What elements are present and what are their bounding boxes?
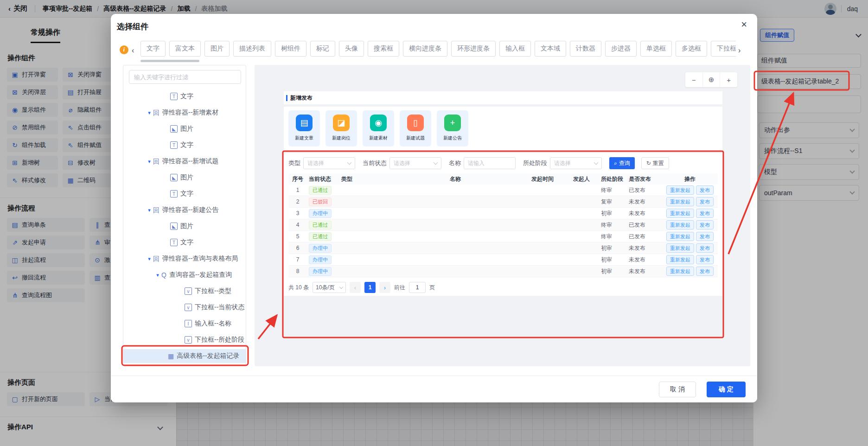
zoom-in-icon[interactable]: + — [720, 72, 737, 87]
tabs-scrollbar[interactable] — [140, 60, 199, 62]
tree-item-image[interactable]: ◣图片 — [123, 219, 246, 233]
zoom-out-icon[interactable]: − — [685, 72, 703, 87]
chevron-down-icon[interactable]: ▾ — [154, 272, 161, 278]
prev-page-icon[interactable]: ‹ — [350, 282, 361, 293]
table-header-row: 序号 当前状态 类型 名称 发起时间 发起人 所处阶段 是否发布 操作 — [288, 173, 718, 185]
tab-text[interactable]: 文字 — [140, 41, 166, 57]
tree-filter-input[interactable] — [129, 70, 241, 84]
fit-view-icon[interactable]: ⊕ — [703, 72, 721, 87]
reset-button[interactable]: ↻重置 — [641, 157, 669, 169]
relaunch-button[interactable]: 重新发起 — [666, 267, 694, 276]
card-new-exam[interactable]: ▯新建试题 — [400, 110, 431, 147]
current-page[interactable]: 1 — [364, 282, 376, 293]
filter-type-select[interactable]: 请选择 — [303, 157, 355, 169]
exam-icon: ▯ — [407, 115, 424, 131]
tab-description-list[interactable]: 描述列表 — [233, 41, 271, 57]
tree-item-container-material[interactable]: ▾回弹性容器--新增素材 — [123, 106, 246, 120]
tab-stepper[interactable]: 步进器 — [605, 41, 637, 57]
component-type-tabs: 文字 富文本 图片 描述列表 树组件 标记 头像 搜索框 横向进度条 环形进度条… — [140, 41, 736, 59]
publish-button[interactable]: 发布 — [696, 243, 714, 253]
publish-button[interactable]: 发布 — [696, 255, 714, 264]
publish-button[interactable]: 发布 — [696, 209, 714, 218]
tree-item-query-container[interactable]: ▾Q查询容器--发起箱查询 — [123, 268, 246, 282]
tab-checkbox[interactable]: 多选框 — [676, 41, 707, 57]
tab-searchbox[interactable]: 搜索框 — [368, 41, 399, 57]
confirm-button[interactable]: 确 定 — [707, 382, 746, 397]
tree-item-label: 弹性容器--查询与表格布局 — [162, 255, 238, 263]
column-header: 操作 — [662, 175, 718, 183]
stage-cell: 初审 — [599, 244, 627, 252]
tab-tree[interactable]: 树组件 — [275, 41, 306, 57]
tree-item-dropdown-stage[interactable]: v下拉框--所处阶段 — [123, 333, 246, 347]
tab-image[interactable]: 图片 — [204, 41, 230, 57]
goto-page-input[interactable] — [409, 282, 426, 293]
close-icon[interactable]: × — [741, 19, 747, 30]
card-new-article[interactable]: ▤新建文章 — [288, 110, 320, 147]
page-size-select[interactable]: 10条/页 — [313, 282, 346, 293]
filter-bar: 类型 请选择 当前状态 请选择 名称 所处阶段 请选择 ⌕查询 ↻重置 — [288, 157, 718, 170]
tab-input[interactable]: 输入框 — [499, 41, 531, 57]
tab-richtext[interactable]: 富文本 — [169, 41, 201, 57]
stage-cell: 初审 — [599, 256, 627, 264]
tab-progress-bar[interactable]: 横向进度条 — [403, 41, 447, 57]
chevron-down-icon[interactable]: ▾ — [146, 159, 153, 165]
publish-button[interactable]: 发布 — [696, 220, 714, 229]
card-new-material[interactable]: ◉新建素材 — [363, 110, 394, 147]
tab-radio[interactable]: 单选框 — [640, 41, 672, 57]
relaunch-button[interactable]: 重新发起 — [666, 197, 694, 206]
pagination: 共 10 条 10条/页 ‹ 1 › 前往 页 — [288, 282, 718, 293]
tree-item-container-query-layout[interactable]: ▾回弹性容器--查询与表格布局 — [123, 252, 246, 266]
tabs-scroll-right-icon[interactable]: › — [738, 46, 740, 55]
tree-item-container-notice[interactable]: ▾回弹性容器--新建公告 — [123, 203, 246, 217]
row-index: 6 — [288, 245, 307, 251]
chevron-down-icon — [594, 160, 599, 165]
chevron-down-icon[interactable]: ▾ — [146, 207, 153, 213]
tab-dropdown[interactable]: 下拉框 — [711, 41, 736, 57]
filter-status-label: 当前状态 — [363, 159, 387, 167]
relaunch-button[interactable]: 重新发起 — [666, 185, 694, 195]
tab-progress-ring[interactable]: 环形进度条 — [451, 41, 496, 57]
tabs-scroll-left-icon[interactable]: ‹ — [132, 46, 134, 55]
tree-item-text[interactable]: T文字 — [123, 138, 246, 152]
tree-item-image[interactable]: ◣图片 — [123, 122, 246, 136]
relaunch-button[interactable]: 重新发起 — [666, 220, 694, 229]
tree-item-dropdown-status[interactable]: v下拉框--当前状态 — [123, 300, 246, 314]
card-new-job[interactable]: ◪新建岗位 — [326, 110, 357, 147]
filter-stage-select[interactable]: 请选择 — [550, 157, 602, 169]
publish-button[interactable]: 发布 — [696, 267, 714, 276]
status-badge: 已通过 — [309, 186, 332, 195]
relaunch-button[interactable]: 重新发起 — [666, 209, 694, 218]
tree-item-text[interactable]: T文字 — [123, 187, 246, 201]
search-button[interactable]: ⌕查询 — [609, 157, 635, 169]
cancel-button[interactable]: 取 消 — [659, 382, 696, 397]
relaunch-button[interactable]: 重新发起 — [666, 243, 694, 253]
tree-item-image[interactable]: ◣图片 — [123, 171, 246, 185]
tab-textarea[interactable]: 文本域 — [535, 41, 566, 57]
tree-item-text[interactable]: T文字 — [123, 236, 246, 249]
tab-counter[interactable]: 计数器 — [570, 41, 601, 57]
tree-item-container-exam[interactable]: ▾回弹性容器--新增试题 — [123, 154, 246, 168]
tree-item-input-name[interactable]: I输入框--名称 — [123, 317, 246, 331]
publish-button[interactable]: 发布 — [696, 197, 714, 206]
tree-item-text[interactable]: T文字 — [123, 89, 246, 103]
publish-button[interactable]: 发布 — [696, 185, 714, 195]
chevron-down-icon[interactable]: ▾ — [146, 256, 153, 262]
card-label: 新建公告 — [443, 135, 462, 141]
material-icon: ◉ — [370, 115, 387, 131]
chevron-down-icon[interactable]: ▾ — [146, 110, 153, 116]
image-icon: ◣ — [170, 174, 178, 181]
input-icon: I — [185, 320, 192, 327]
relaunch-button[interactable]: 重新发起 — [666, 232, 694, 241]
filter-status-select[interactable]: 请选择 — [389, 157, 441, 169]
select-component-dialog: 选择组件 × i ‹ 文字 富文本 图片 描述列表 树组件 标记 头像 搜索框 … — [111, 14, 757, 402]
relaunch-button[interactable]: 重新发起 — [666, 255, 694, 264]
publish-button[interactable]: 发布 — [696, 232, 714, 241]
tab-mark[interactable]: 标记 — [310, 41, 335, 57]
next-page-icon[interactable]: › — [379, 282, 390, 293]
filter-name-input[interactable] — [464, 157, 516, 169]
tree-item-advanced-table-selected[interactable]: ▦高级表格--发起箱记录 — [123, 349, 246, 363]
tree-item-dropdown-type[interactable]: v下拉框--类型 — [123, 284, 246, 298]
tab-avatar[interactable]: 头像 — [339, 41, 364, 57]
chevron-down-icon — [347, 160, 352, 165]
card-new-notice[interactable]: +新建公告 — [437, 110, 468, 147]
